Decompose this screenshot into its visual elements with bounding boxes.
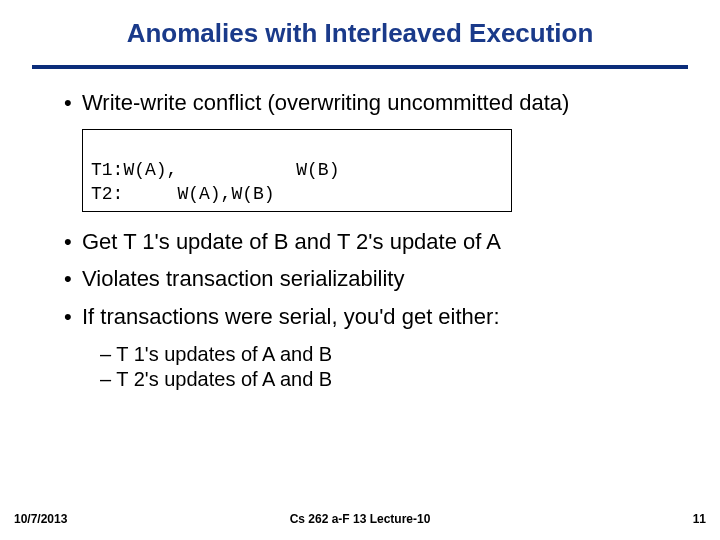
bullet-text: Violates transaction serializability	[82, 267, 404, 291]
footer-page-number: 11	[693, 512, 706, 526]
bullet-dot-icon: •	[64, 305, 82, 329]
slide: Anomalies with Interleaved Execution • W…	[0, 0, 720, 540]
title-rule	[32, 65, 688, 69]
bullet-text: Write-write conflict (overwriting uncomm…	[82, 91, 569, 115]
code-line-2: T2: W(A),W(B)	[91, 184, 275, 204]
bullet-dot-icon: •	[64, 230, 82, 254]
footer-center: Cs 262 a-F 13 Lecture-10	[0, 512, 720, 526]
bullet-text: If transactions were serial, you'd get e…	[82, 305, 500, 329]
slide-title: Anomalies with Interleaved Execution	[0, 18, 720, 59]
code-box: T1:W(A), W(B) T2: W(A),W(B)	[82, 129, 512, 212]
slide-content: • Write-write conflict (overwriting unco…	[0, 91, 720, 391]
bullet-if-serial: • If transactions were serial, you'd get…	[64, 305, 668, 329]
bullet-text: Get T 1's update of B and T 2's update o…	[82, 230, 501, 254]
bullet-write-write: • Write-write conflict (overwriting unco…	[64, 91, 668, 115]
bullet-dot-icon: •	[64, 267, 82, 291]
code-line-1: T1:W(A), W(B)	[91, 160, 339, 180]
bullet-dot-icon: •	[64, 91, 82, 115]
sub-bullets: – T 1's updates of A and B – T 2's updat…	[64, 343, 668, 391]
sub-bullet-t2: – T 2's updates of A and B	[100, 368, 668, 391]
bullet-violates: • Violates transaction serializability	[64, 267, 668, 291]
bullet-get-update: • Get T 1's update of B and T 2's update…	[64, 230, 668, 254]
sub-bullet-t1: – T 1's updates of A and B	[100, 343, 668, 366]
